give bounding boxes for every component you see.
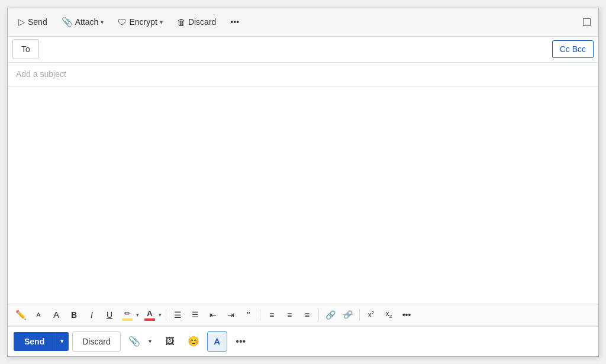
highlight-chevron-icon: ▾: [136, 312, 139, 318]
to-label: To: [21, 44, 30, 54]
attach-chevron-icon: ▾: [101, 19, 104, 25]
font-color-button[interactable]: A: [141, 307, 157, 323]
font-color-group: A ▾: [141, 307, 163, 323]
font-decrease-icon: A: [36, 311, 40, 318]
increase-indent-icon: ⇥: [227, 310, 234, 320]
align-left-icon: ≡: [269, 310, 274, 320]
top-toolbar: ▷ Send 📎 Attach ▾ 🛡 Encrypt ▾ 🗑 Discard …: [8, 8, 598, 37]
subject-row: [8, 63, 598, 86]
send-icon: ▷: [18, 17, 25, 27]
italic-icon: I: [91, 310, 93, 320]
restore-button[interactable]: [582, 17, 591, 27]
highlight-group: ✏ ▾: [119, 307, 140, 323]
send-dropdown-button[interactable]: ▾: [55, 332, 69, 351]
attach-button[interactable]: 📎 Attach ▾: [56, 13, 110, 31]
fmt-sep-4: [359, 309, 360, 321]
font-color-action-icon: A: [214, 336, 220, 346]
discard-action-label: Discard: [82, 337, 110, 346]
format-toolbar: ✏️ A A B I U ✏ ▾: [8, 304, 598, 326]
attach-icon: 📎: [62, 17, 73, 27]
send-label: Send: [28, 17, 47, 27]
font-color-action-button[interactable]: A: [207, 331, 227, 352]
subject-input[interactable]: [16, 65, 590, 83]
link-icon: 🔗: [325, 310, 336, 320]
attach-action-chevron[interactable]: ▾: [144, 331, 156, 352]
increase-indent-button[interactable]: ⇥: [223, 307, 239, 323]
fmt-sep-3: [318, 309, 319, 321]
highlight-swatch: [122, 318, 133, 321]
body-area[interactable]: [8, 86, 598, 304]
to-input[interactable]: [44, 40, 547, 59]
clear-format-button[interactable]: ✏️: [12, 307, 29, 323]
font-color-chevron-icon: ▾: [159, 312, 162, 318]
send-button[interactable]: ▷ Send: [12, 13, 53, 31]
underline-button[interactable]: U: [101, 307, 118, 323]
insert-link-button[interactable]: 🔗: [322, 307, 339, 323]
underline-icon: U: [107, 310, 112, 320]
attach-action-button[interactable]: 📎: [124, 331, 144, 352]
align-left-button[interactable]: ≡: [263, 307, 280, 323]
discard-action-button[interactable]: Discard: [72, 331, 120, 352]
align-center-icon: ≡: [287, 310, 292, 320]
highlight-dropdown-button[interactable]: ▾: [134, 311, 140, 319]
fmt-sep-2: [260, 309, 260, 321]
action-more-icon: •••: [236, 336, 246, 347]
encrypt-chevron-icon: ▾: [160, 19, 163, 25]
more-options-button[interactable]: •••: [224, 14, 245, 30]
numbering-icon: ☰: [192, 310, 199, 319]
image-action-icon: 🖼: [165, 336, 175, 347]
to-label-button[interactable]: To: [12, 39, 39, 59]
discard-label: Discard: [188, 17, 216, 27]
superscript-button[interactable]: x2: [363, 307, 379, 323]
numbering-button[interactable]: ☰: [187, 307, 204, 323]
highlight-color-button[interactable]: ✏: [119, 307, 134, 323]
send-action-label: Send: [24, 337, 44, 346]
fmt-sep-1: [166, 309, 166, 321]
bullets-icon: ☰: [174, 310, 182, 320]
window-controls: [582, 17, 594, 27]
encrypt-button[interactable]: 🛡 Encrypt ▾: [112, 14, 168, 31]
encrypt-icon: 🛡: [118, 17, 127, 27]
subscript-button[interactable]: x2: [381, 307, 397, 323]
image-action-button[interactable]: 🖼: [160, 331, 180, 352]
attach-action-group: 📎 ▾: [124, 331, 156, 352]
restore-icon: [583, 18, 591, 26]
format-more-button[interactable]: •••: [398, 307, 415, 323]
italic-button[interactable]: I: [83, 307, 100, 323]
cc-bcc-button[interactable]: Cc Bcc: [552, 40, 594, 58]
font-increase-button[interactable]: A: [48, 307, 65, 323]
send-action-button[interactable]: Send: [14, 332, 55, 351]
encrypt-label: Encrypt: [129, 17, 157, 27]
superscript-icon: x2: [368, 310, 374, 319]
attach-label: Attach: [75, 17, 99, 27]
action-more-button[interactable]: •••: [231, 331, 251, 352]
align-right-button[interactable]: ≡: [299, 307, 315, 323]
font-color-swatch: [144, 318, 155, 321]
discard-button[interactable]: 🗑 Discard: [171, 14, 222, 31]
quote-button[interactable]: ": [240, 307, 257, 323]
font-color-a-icon: A: [147, 309, 152, 318]
font-increase-icon: A: [53, 310, 59, 320]
emoji-action-button[interactable]: 😊: [183, 331, 204, 352]
font-decrease-button[interactable]: A: [30, 307, 47, 323]
attach-action-icon: 📎: [128, 336, 140, 347]
subscript-icon: x2: [386, 310, 392, 319]
decrease-indent-button[interactable]: ⇤: [205, 307, 221, 323]
action-bar: Send ▾ Discard 📎 ▾ 🖼 😊 A •••: [8, 326, 598, 356]
remove-link-icon: 🔗: [343, 310, 353, 319]
remove-link-button[interactable]: 🔗: [340, 307, 356, 323]
align-center-button[interactable]: ≡: [281, 307, 298, 323]
clear-format-icon: ✏️: [15, 310, 27, 320]
font-color-dropdown-button[interactable]: ▾: [157, 311, 163, 319]
emoji-action-icon: 😊: [188, 336, 199, 347]
cc-bcc-label: Cc Bcc: [560, 44, 586, 54]
decrease-indent-icon: ⇤: [209, 310, 217, 320]
recipients-row: To Cc Bcc: [8, 37, 598, 63]
compose-window: ▷ Send 📎 Attach ▾ 🛡 Encrypt ▾ 🗑 Discard …: [7, 8, 599, 357]
highlight-pencil-icon: ✏: [124, 309, 131, 318]
more-icon: •••: [230, 17, 239, 27]
bullets-button[interactable]: ☰: [169, 307, 186, 323]
send-dropdown-icon: ▾: [60, 337, 64, 344]
bold-button[interactable]: B: [66, 307, 82, 323]
discard-icon: 🗑: [177, 17, 186, 27]
